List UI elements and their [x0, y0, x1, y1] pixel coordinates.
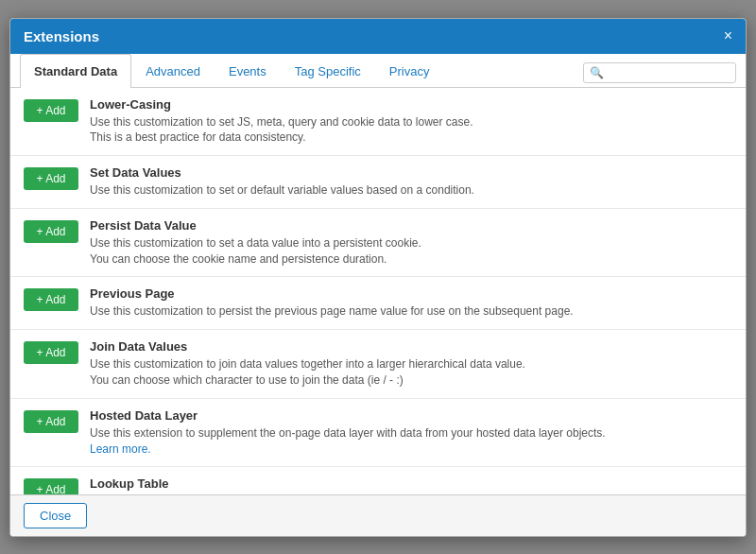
items-list: + AddLower-CasingUse this customization …: [10, 88, 746, 494]
tab-advanced[interactable]: Advanced: [131, 54, 215, 88]
search-input[interactable]: [607, 66, 730, 79]
item-title-previous-page: Previous Page: [90, 286, 732, 301]
extensions-modal: Extensions × Standard Data Advanced Even…: [9, 18, 747, 537]
item-title-lower-casing: Lower-Casing: [90, 97, 732, 112]
list-item: + AddLower-CasingUse this customization …: [10, 88, 746, 157]
item-title-join-data-values: Join Data Values: [90, 339, 732, 354]
add-button-lookup-table[interactable]: + Add: [24, 478, 78, 493]
close-button[interactable]: Close: [24, 503, 87, 528]
item-title-hosted-data-layer: Hosted Data Layer: [90, 408, 732, 423]
search-box: 🔍: [583, 62, 736, 83]
add-button-lower-casing[interactable]: + Add: [24, 99, 78, 122]
add-button-hosted-data-layer[interactable]: + Add: [24, 410, 78, 433]
tab-standard-data[interactable]: Standard Data: [20, 54, 131, 88]
item-title-persist-data-value: Persist Data Value: [90, 218, 732, 233]
list-item: + AddHosted Data LayerUse this extension…: [10, 399, 746, 468]
list-item: + AddPersist Data ValueUse this customiz…: [10, 209, 746, 278]
tabs-bar: Standard Data Advanced Events Tag Specif…: [10, 54, 746, 88]
item-desc-hosted-data-layer: Use this extension to supplement the on-…: [90, 425, 732, 458]
item-desc-join-data-values: Use this customization to join data valu…: [90, 356, 732, 389]
add-button-join-data-values[interactable]: + Add: [24, 341, 78, 364]
tab-tag-specific[interactable]: Tag Specific: [281, 54, 375, 88]
modal-footer: Close: [10, 494, 746, 536]
modal-title: Extensions: [24, 28, 99, 44]
add-button-previous-page[interactable]: + Add: [24, 288, 78, 311]
modal-header: Extensions ×: [10, 19, 746, 54]
tab-privacy[interactable]: Privacy: [375, 54, 444, 88]
add-button-set-data-values[interactable]: + Add: [24, 167, 78, 190]
item-desc-set-data-values: Use this customization to set or default…: [90, 182, 732, 199]
list-item: + AddSet Data ValuesUse this customizati…: [10, 156, 746, 209]
list-item: + AddLookup TableUse this extension to t…: [10, 467, 746, 493]
item-title-lookup-table: Lookup Table: [90, 476, 732, 491]
modal-close-button[interactable]: ×: [724, 28, 732, 43]
add-button-persist-data-value[interactable]: + Add: [24, 220, 78, 243]
list-item: + AddPrevious PageUse this customization…: [10, 277, 746, 330]
item-desc-persist-data-value: Use this customization to set a data val…: [90, 235, 732, 268]
item-desc-lower-casing: Use this customization to set JS, meta, …: [90, 114, 732, 147]
item-title-set-data-values: Set Data Values: [90, 165, 732, 180]
item-link-hosted-data-layer[interactable]: Learn more.: [90, 442, 151, 456]
list-item: + AddJoin Data ValuesUse this customizat…: [10, 330, 746, 399]
item-desc-previous-page: Use this customization to persist the pr…: [90, 303, 732, 320]
tab-events[interactable]: Events: [215, 54, 281, 88]
search-icon: 🔍: [590, 66, 604, 79]
